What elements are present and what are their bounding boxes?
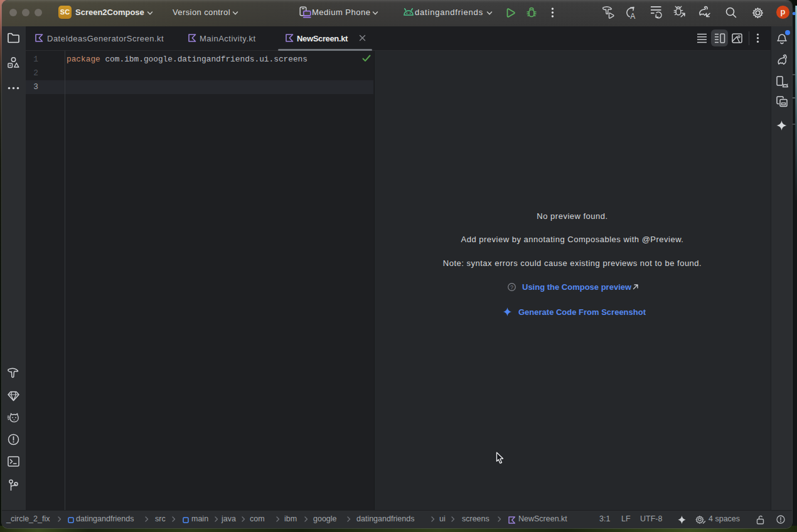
svg-text:?: ? (510, 284, 513, 290)
svg-text:A: A (630, 12, 635, 21)
